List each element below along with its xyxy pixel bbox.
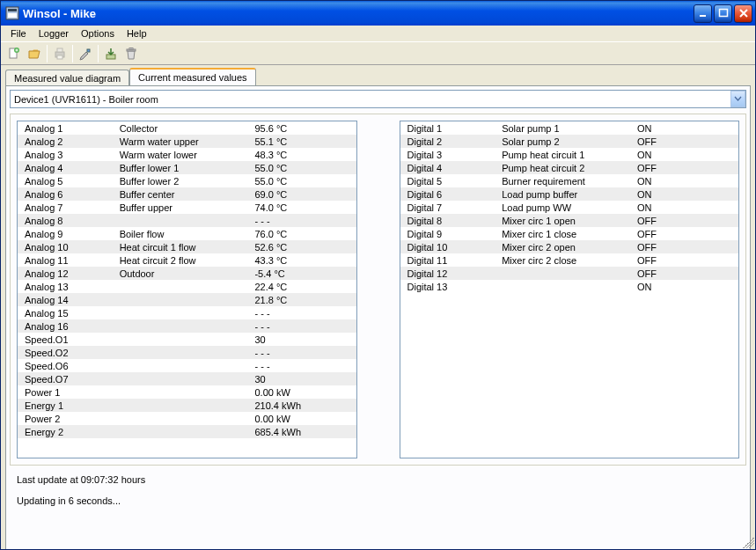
menu-logger[interactable]: Logger (33, 26, 75, 40)
table-row: Analog 4Buffer lower 155.0 °C (18, 161, 356, 174)
cell-label (113, 280, 248, 293)
dropdown-arrow-icon[interactable] (730, 91, 745, 107)
cell-value: - - - (247, 214, 356, 227)
cell-label (113, 372, 248, 385)
cell-name: Analog 12 (18, 267, 113, 280)
data-panels-container: Analog 1Collector95.6 °CAnalog 2Warm wat… (10, 114, 746, 466)
cell-name: Digital 4 (400, 161, 495, 174)
cell-value: 30 (247, 372, 356, 385)
resize-grip-icon[interactable] (743, 537, 754, 548)
svg-rect-10 (87, 49, 90, 52)
svg-rect-8 (57, 48, 62, 52)
cell-label: Load pump buffer (495, 187, 630, 201)
svg-rect-9 (57, 55, 62, 59)
cell-name: Energy 1 (18, 399, 113, 412)
table-row: Analog 11Heat circuit 2 flow43.3 °C (18, 253, 356, 267)
cell-name: Power 1 (18, 385, 113, 399)
table-row: Analog 5Buffer lower 255.0 °C (18, 174, 356, 187)
cell-name: Digital 5 (400, 174, 495, 187)
table-row: Analog 12Outdoor-5.4 °C (18, 267, 356, 280)
digital-panel: Digital 1Solar pump 1ONDigital 2Solar pu… (400, 121, 740, 458)
table-row: Speed.O6- - - (18, 359, 356, 372)
cell-value: 210.4 kWh (247, 399, 356, 412)
status-area: Last update at 09:07:32 hours Updating i… (10, 466, 746, 506)
cell-value: OFF (630, 240, 738, 253)
svg-rect-4 (719, 10, 727, 17)
cell-label: Heat circuit 1 flow (113, 240, 248, 253)
cell-value: ON (630, 148, 738, 161)
table-row: Digital 13ON (400, 280, 739, 293)
content-pane: Device1 (UVR1611) - Boiler room Analog 1… (5, 85, 751, 550)
table-row: Power 10.00 kW (18, 385, 356, 399)
open-folder-icon[interactable] (25, 44, 44, 63)
svg-rect-1 (8, 9, 17, 11)
device-dropdown[interactable]: Device1 (UVR1611) - Boiler room (10, 90, 746, 108)
cell-value: - - - (247, 306, 356, 319)
export-icon[interactable] (101, 44, 121, 63)
cell-label: Burner requirement (495, 174, 630, 187)
table-row: Analog 10Heat circuit 1 flow52.6 °C (18, 240, 356, 253)
device-dropdown-text: Device1 (UVR1611) - Boiler room (14, 94, 730, 105)
tab-bar: Measured value diagram Current measured … (1, 65, 755, 85)
tab-measured-diagram[interactable]: Measured value diagram (5, 70, 129, 86)
app-icon (5, 6, 19, 20)
cell-name: Analog 15 (18, 306, 113, 319)
toolbar (1, 42, 755, 65)
cell-label: Boiler flow (113, 227, 248, 240)
svg-rect-13 (129, 48, 133, 49)
cell-name: Digital 10 (400, 240, 495, 253)
print-icon[interactable] (50, 44, 70, 63)
cell-label (113, 214, 248, 227)
cell-value: 21.8 °C (247, 293, 356, 306)
new-file-icon[interactable] (4, 44, 24, 63)
cell-value: ON (630, 280, 738, 293)
last-update-text: Last update at 09:07:32 hours (17, 474, 739, 485)
cell-name: Analog 8 (18, 214, 113, 227)
cell-label (113, 359, 248, 372)
cell-name: Analog 2 (18, 135, 113, 148)
table-row: Speed.O130 (18, 333, 356, 346)
next-update-text: Updating in 6 seconds... (17, 495, 739, 506)
cell-name: Digital 8 (400, 214, 495, 227)
cell-name: Analog 9 (18, 227, 113, 240)
table-row: Digital 4Pump heat circuit 2OFF (400, 161, 739, 174)
maximize-button[interactable] (714, 4, 732, 23)
table-row: Digital 8Mixer circ 1 openOFF (400, 214, 739, 227)
cell-name: Digital 1 (400, 121, 495, 135)
menu-help[interactable]: Help (121, 26, 153, 40)
cell-label (113, 306, 248, 319)
table-row: Digital 3Pump heat circuit 1ON (400, 148, 739, 161)
trash-icon[interactable] (121, 44, 141, 63)
cell-value: 30 (247, 333, 356, 346)
cell-value: OFF (630, 135, 738, 148)
cell-value: 76.0 °C (247, 227, 356, 240)
analog-panel: Analog 1Collector95.6 °CAnalog 2Warm wat… (17, 121, 357, 458)
settings-icon[interactable] (76, 44, 95, 63)
cell-name: Analog 13 (18, 280, 113, 293)
cell-label (113, 319, 248, 333)
cell-value: ON (630, 174, 738, 187)
menu-bar: File Logger Options Help (1, 26, 755, 42)
cell-label: Pump heat circuit 1 (495, 148, 630, 161)
cell-label: Mixer circ 2 close (495, 253, 630, 267)
cell-value: 48.3 °C (247, 148, 356, 161)
cell-name: Analog 10 (18, 240, 113, 253)
cell-value: OFF (630, 161, 738, 174)
menu-options[interactable]: Options (75, 26, 121, 40)
table-row: Digital 5Burner requirementON (400, 174, 739, 187)
cell-name: Analog 14 (18, 293, 113, 306)
cell-name: Analog 7 (18, 201, 113, 214)
table-row: Energy 1210.4 kWh (18, 399, 356, 412)
cell-name: Speed.O7 (18, 372, 113, 385)
table-row: Digital 1Solar pump 1ON (400, 121, 739, 135)
digital-table: Digital 1Solar pump 1ONDigital 2Solar pu… (400, 121, 739, 293)
menu-file[interactable]: File (4, 26, 33, 40)
cell-label: Solar pump 1 (495, 121, 630, 135)
table-row: Analog 9Boiler flow76.0 °C (18, 227, 356, 240)
minimize-button[interactable] (694, 4, 712, 23)
tab-current-values[interactable]: Current measured values (129, 68, 256, 85)
cell-label: Warm water upper (113, 135, 248, 148)
cell-value: OFF (630, 227, 738, 240)
close-button[interactable] (734, 4, 752, 23)
table-row: Digital 10Mixer circ 2 openOFF (400, 240, 739, 253)
